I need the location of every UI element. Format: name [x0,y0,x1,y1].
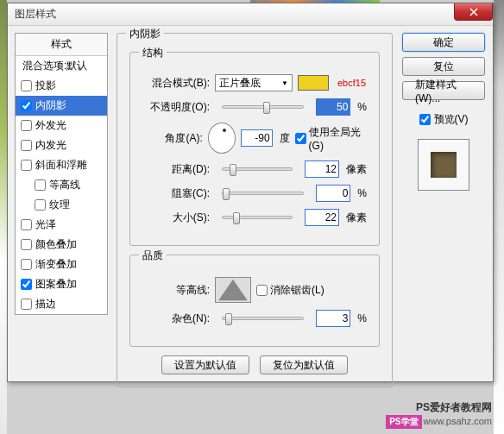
style-bevel[interactable]: 斜面和浮雕 [16,155,107,175]
structure-fieldset: 结构 混合模式(B): 正片叠底 ebcf15 不透明度(O): 50 % [129,52,380,246]
global-light-label: 使用全局光(G) [309,125,367,152]
style-gradient-overlay[interactable]: 渐变叠加 [16,255,107,274]
reset-default-button[interactable]: 复位为默认值 [260,355,348,374]
cancel-button[interactable]: 复位 [402,57,485,76]
distance-label: 距离(D): [142,162,210,177]
slider-thumb[interactable] [223,188,230,200]
svg-marker-0 [218,280,248,300]
antialias-checkbox[interactable] [256,285,268,296]
checkbox[interactable] [21,259,32,270]
dialog-title: 图层样式 [15,7,56,22]
quality-fieldset: 品质 等高线: 消除锯齿(L) 杂色(N): [129,255,380,347]
style-inner-glow[interactable]: 内发光 [16,135,107,155]
contour-icon [216,278,250,302]
distance-input[interactable]: 12 [305,160,339,178]
checkbox[interactable] [35,179,46,191]
section-title: 内阴影 [126,27,164,41]
size-label: 大小(S): [142,211,210,225]
slider-thumb[interactable] [230,164,236,176]
angle-unit: 度 [280,131,290,146]
size-slider[interactable] [222,216,293,219]
checkbox[interactable] [21,299,32,310]
noise-unit: % [357,312,367,324]
new-style-button[interactable]: 新建样式(W)... [402,81,485,100]
checkbox[interactable] [21,100,32,111]
blend-options-item[interactable]: 混合选项:默认 [16,56,107,76]
checkbox[interactable] [21,219,32,230]
choke-slider[interactable] [222,192,304,195]
style-color-overlay[interactable]: 颜色叠加 [16,235,107,255]
watermark: PS爱好者教程网 PS学堂www.psahz.com [386,400,492,429]
choke-label: 阻塞(C): [142,186,210,201]
checkbox[interactable] [21,120,32,131]
preview-checkbox[interactable] [419,114,431,125]
style-pattern-overlay[interactable]: 图案叠加 [16,274,107,294]
layer-style-dialog: 图层样式 样式 混合选项:默认 投影 内阴影 外发光 内发光 斜面和浮雕 等高线… [7,3,494,382]
choke-input[interactable]: 0 [316,185,350,202]
preview-swatch [431,152,457,178]
angle-input[interactable]: -90 [241,129,272,147]
style-inner-shadow[interactable]: 内阴影 [16,96,107,116]
checkbox[interactable] [21,160,32,171]
inner-shadow-fieldset: 内阴影 结构 混合模式(B): 正片叠底 ebcf15 不透明度(O): 50 … [117,33,393,387]
style-outer-glow[interactable]: 外发光 [16,116,107,135]
angle-dial[interactable] [208,123,236,154]
opacity-input[interactable]: 50 [316,98,350,116]
watermark-badge: PS学堂 [386,415,421,429]
distance-slider[interactable] [222,167,293,171]
noise-input[interactable]: 3 [316,310,350,327]
noise-label: 杂色(N): [142,311,210,326]
style-texture[interactable]: 纹理 [16,195,107,215]
quality-title: 品质 [139,248,167,263]
distance-unit: 像素 [346,162,367,177]
titlebar: 图层样式 [8,3,493,26]
size-input[interactable]: 22 [305,209,339,226]
styles-header: 样式 [16,34,107,56]
choke-unit: % [357,187,367,199]
opacity-unit: % [357,101,367,113]
checkbox[interactable] [21,239,32,250]
size-unit: 像素 [346,211,367,225]
blend-mode-label: 混合模式(B): [142,76,210,91]
slider-thumb[interactable] [225,313,232,325]
settings-panel: 内阴影 结构 混合模式(B): 正片叠底 ebcf15 不透明度(O): 50 … [117,33,393,396]
close-icon [469,8,478,16]
checkbox[interactable] [21,80,32,91]
preview-box [418,139,469,191]
set-default-button[interactable]: 设置为默认值 [161,355,249,374]
angle-label: 角度(A): [142,131,203,146]
style-satin[interactable]: 光泽 [16,215,107,235]
checkbox[interactable] [21,140,32,151]
watermark-text: PS爱好者教程网 [386,400,492,415]
blend-mode-dropdown[interactable]: 正片叠底 [215,74,293,91]
slider-thumb[interactable] [233,212,240,224]
style-stroke[interactable]: 描边 [16,294,107,314]
checkbox[interactable] [35,199,46,211]
ok-button[interactable]: 确定 [402,33,485,52]
right-panel: 确定 复位 新建样式(W)... 预览(V) [401,33,486,396]
slider-thumb[interactable] [263,102,270,114]
styles-panel: 样式 混合选项:默认 投影 内阴影 外发光 内发光 斜面和浮雕 等高线 纹理 光… [15,33,108,396]
global-light-checkbox[interactable] [295,133,306,144]
structure-title: 结构 [139,46,167,60]
opacity-label: 不透明度(O): [142,100,210,115]
style-contour[interactable]: 等高线 [16,175,107,195]
color-swatch[interactable] [298,75,329,91]
noise-slider[interactable] [222,317,304,320]
preview-label: 预览(V) [434,112,469,127]
contour-label: 等高线: [142,283,210,298]
color-hex-label: ebcf15 [337,78,366,88]
checkbox[interactable] [21,279,32,290]
opacity-slider[interactable] [222,105,304,109]
close-button[interactable] [454,3,493,21]
antialias-label: 消除锯齿(L) [270,283,324,298]
style-drop-shadow[interactable]: 投影 [16,76,107,96]
contour-picker[interactable] [215,277,251,303]
watermark-url: www.psahz.com [424,416,492,426]
